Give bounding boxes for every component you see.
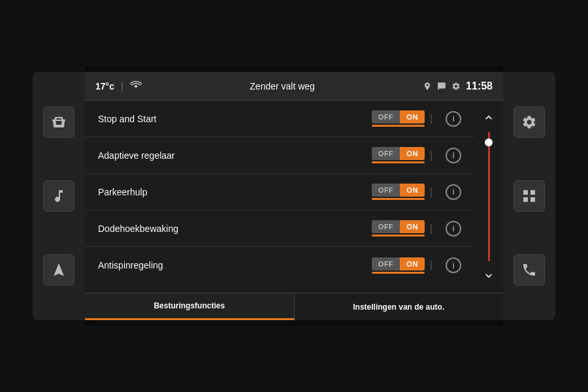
status-bar: 17°c | Zender valt weg 11:58	[85, 72, 503, 101]
info-btn-parkeerhulp[interactable]: i	[446, 184, 461, 200]
main-screen: 17°c | Zender valt weg 11:58	[85, 72, 503, 320]
toggle-on-adaptieve[interactable]: ON	[400, 147, 425, 160]
toggle-wrapper-dodehoek: OFF ON	[372, 220, 425, 237]
toggle-stop-start[interactable]: OFF ON	[372, 110, 425, 123]
separator-1: |	[121, 80, 123, 92]
toggle-underline-antispinregeling	[372, 272, 425, 274]
toggle-off-parkeerhulp[interactable]: OFF	[372, 184, 400, 197]
scroll-thumb	[485, 139, 493, 146]
toggle-antispinregeling[interactable]: OFF ON	[372, 257, 425, 270]
grid-btn[interactable]	[514, 180, 545, 212]
sep-parkeerhulp: |	[430, 186, 433, 198]
radio-status-text: Zender valt weg	[148, 81, 416, 91]
toggle-off-adaptieve[interactable]: OFF	[372, 147, 400, 160]
toggle-adaptieve[interactable]: OFF ON	[372, 147, 425, 160]
toggle-wrapper-stop-start: OFF ON	[372, 110, 425, 127]
toggle-on-parkeerhulp[interactable]: ON	[400, 184, 425, 197]
music-btn[interactable]	[43, 180, 74, 212]
toggle-wrapper-antispinregeling: OFF ON	[372, 257, 425, 274]
scroll-down-button[interactable]	[477, 264, 500, 287]
sep-adaptieve: |	[430, 150, 433, 161]
nav-btn[interactable]	[43, 254, 74, 286]
info-btn-stop-start[interactable]: i	[446, 111, 461, 127]
tab-instellingen-label: Instellingen van de auto.	[353, 302, 444, 312]
toggle-underline-parkeerhulp	[372, 198, 425, 200]
toggle-off-stop-start[interactable]: OFF	[372, 110, 400, 123]
sep-dodehoek: |	[430, 223, 433, 235]
toggle-on-dodehoek[interactable]: ON	[400, 220, 425, 233]
setting-label-adaptieve: Adaptieve regelaar	[98, 150, 372, 161]
toggle-parkeerhulp[interactable]: OFF ON	[372, 184, 425, 197]
setting-label-dodehoek: Dodehoekbewaking	[98, 223, 372, 234]
tab-instellingen[interactable]: Instellingen van de auto.	[295, 293, 504, 320]
radio-icon	[130, 80, 142, 92]
message-icon	[437, 82, 446, 91]
setting-row-stop-start: Stop and Start OFF ON | i	[85, 101, 474, 137]
setting-row-parkeerhulp: Parkeerhulp OFF ON | i	[85, 174, 474, 210]
right-button-panel	[503, 72, 555, 320]
car-infotainment-unit: 17°c | Zender valt weg 11:58	[0, 0, 588, 392]
car-btn[interactable]	[43, 106, 74, 138]
toggle-off-dodehoek[interactable]: OFF	[372, 220, 400, 233]
svg-point-0	[135, 84, 138, 88]
setting-row-adaptieve: Adaptieve regelaar OFF ON | i	[85, 137, 474, 174]
info-btn-antispinregeling[interactable]: i	[446, 257, 461, 273]
scroll-bar	[474, 101, 503, 293]
toggle-wrapper-adaptieve: OFF ON	[372, 147, 425, 163]
setting-row-antispinregeling: Antispinregeling OFF ON | i	[85, 247, 474, 284]
left-button-panel	[33, 72, 85, 320]
content-area: Stop and Start OFF ON | i A	[85, 101, 503, 293]
sep-stop-start: |	[430, 113, 433, 125]
bottom-tabs: Besturingsfuncties Instellingen van de a…	[85, 293, 503, 320]
phone-btn[interactable]	[514, 254, 545, 286]
setting-row-dodehoek: Dodehoekbewaking OFF ON | i	[85, 210, 474, 247]
setting-label-parkeerhulp: Parkeerhulp	[98, 187, 372, 197]
info-btn-dodehoek[interactable]: i	[446, 221, 461, 237]
scroll-up-button[interactable]	[477, 106, 500, 129]
status-right-group: 11:58	[423, 80, 493, 92]
sep-antispinregeling: |	[430, 259, 433, 271]
toggle-on-antispinregeling[interactable]: ON	[400, 257, 425, 270]
toggle-dodehoek[interactable]: OFF ON	[372, 220, 425, 233]
clock-display: 11:58	[466, 80, 493, 92]
settings-icon	[451, 82, 461, 91]
info-btn-adaptieve[interactable]: i	[446, 148, 461, 163]
scroll-track	[488, 132, 490, 261]
temperature-display: 17°c	[95, 81, 114, 91]
toggle-underline-dodehoek	[372, 235, 425, 237]
setting-label-antispinregeling: Antispinregeling	[98, 260, 372, 270]
screen-bezel: 17°c | Zender valt weg 11:58	[85, 67, 503, 325]
tab-besturingsfuncties-label: Besturingsfuncties	[154, 301, 225, 310]
gear-btn[interactable]	[514, 106, 545, 138]
setting-label-stop-start: Stop and Start	[98, 114, 372, 124]
toggle-underline-adaptieve	[372, 161, 425, 163]
location-icon	[423, 82, 432, 91]
toggle-wrapper-parkeerhulp: OFF ON	[372, 184, 425, 200]
tab-besturingsfuncties[interactable]: Besturingsfuncties	[85, 293, 295, 320]
settings-list: Stop and Start OFF ON | i A	[85, 101, 474, 293]
toggle-underline-stop-start	[372, 125, 425, 127]
toggle-on-stop-start[interactable]: ON	[400, 110, 425, 123]
toggle-off-antispinregeling[interactable]: OFF	[372, 257, 400, 270]
